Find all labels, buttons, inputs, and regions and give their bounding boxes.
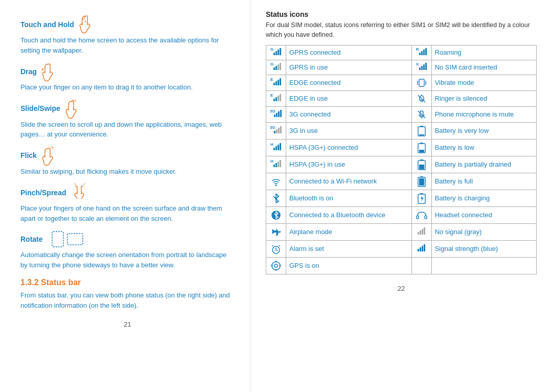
label-batt-full: Battery is full [431, 173, 536, 190]
gesture-drag: Drag Place your finger on any item to dr… [20, 62, 235, 93]
svg-line-6 [418, 95, 425, 102]
table-row: Connected to a Wi-Fi network Battery is … [266, 173, 537, 190]
icon-airplane [266, 223, 286, 240]
status-bar-section: 1.3.2 Status bar From status bar, you ca… [20, 278, 235, 310]
svg-rect-3 [419, 79, 424, 86]
svg-point-29 [272, 262, 280, 270]
icon-hspa-use: H [266, 156, 286, 173]
table-row: 3G 3G in use [266, 122, 537, 139]
icon-wifi [266, 173, 286, 190]
label-hspa-connected: HSPA (3G+) connected [286, 139, 412, 156]
icon-headset [411, 206, 431, 223]
touch-hold-icon [78, 15, 94, 33]
rotate-label: Rotate [20, 235, 43, 243]
icon-gprs-connected: G [266, 45, 286, 60]
icon-alarm [266, 240, 286, 257]
gesture-touch-hold: Touch and Hold Touch and hold the home s… [20, 15, 235, 55]
rotate-desc: Automatically change the screen orientat… [20, 250, 235, 270]
left-page: Touch and Hold Touch and hold the home s… [0, 0, 250, 392]
slide-swipe-desc: Slide the screen to scroll up and down t… [20, 120, 235, 140]
svg-rect-18 [419, 165, 424, 169]
icon-vibrate [411, 75, 431, 90]
drag-desc: Place your finger on any item to drag it… [20, 82, 235, 93]
label-hspa-use: HSPA (3G+) in use [286, 156, 412, 173]
right-page: Status icons For dual SIM model, status … [250, 0, 552, 392]
drag-label: Drag [20, 67, 37, 76]
right-page-number: 22 [266, 285, 537, 292]
table-row: GPS is on [266, 257, 537, 274]
label-batt-vlow: Battery is very low [431, 122, 536, 139]
label-no-signal: No signal (gray) [431, 223, 536, 240]
table-row: Airplane mode No signal (gray) [266, 223, 537, 240]
icon-bt-device [266, 206, 286, 223]
icon-no-sim: X [411, 60, 431, 75]
slide-swipe-label: Slide/Swipe [20, 104, 60, 112]
label-bluetooth: Bluetooth is on [286, 190, 412, 206]
label-mic-mute: Phone microphone is mute [431, 106, 536, 122]
icon-gprs-use: G [266, 60, 286, 75]
svg-point-19 [275, 185, 277, 186]
label-vibrate: Vibrate mode [431, 75, 536, 90]
slide-swipe-icon [64, 100, 80, 118]
svg-rect-27 [425, 216, 427, 219]
label-gprs-use: GPRS in use [286, 60, 412, 75]
table-row: E EDGE in use [266, 90, 537, 106]
table-row: E EDGE connected [266, 75, 537, 90]
icon-signal-blue [411, 240, 431, 257]
gesture-flick: Flick Similar to swiping, but flicking m… [20, 147, 235, 177]
status-icons-table: G GPRS connected R [266, 45, 537, 274]
label-batt-charge: Battery is charging [431, 190, 536, 206]
icon-batt-charge [411, 190, 431, 206]
svg-rect-2 [67, 234, 83, 245]
pinch-spread-icon [70, 183, 85, 201]
label-batt-partial: Battery is partially drained [431, 156, 536, 173]
label-airplane: Airplane mode [286, 223, 412, 240]
flick-icon [41, 147, 56, 165]
touch-hold-desc: Touch and hold the home screen to access… [20, 35, 235, 55]
gesture-slide-swipe: Slide/Swipe Slide the screen to scroll u… [20, 100, 235, 140]
status-icons-desc: For dual SIM model, status icons referri… [266, 20, 537, 40]
label-3g-connected: 3G connected [286, 106, 412, 122]
icon-roaming: R [411, 45, 431, 60]
svg-point-30 [274, 264, 278, 267]
icon-edge-connected: E [266, 75, 286, 90]
rotate-icon [51, 230, 84, 248]
label-edge-use: EDGE in use [286, 90, 412, 106]
label-bt-device: Connected to a Bluetooth device [286, 206, 412, 223]
label-no-sim: No SIM card inserted [431, 60, 536, 75]
drag-icon [41, 62, 56, 80]
icon-3g-connected: 3G [266, 106, 286, 122]
status-bar-desc: From status bar, you can view both phone… [20, 290, 235, 310]
flick-desc: Similar to swiping, but flicking makes i… [20, 167, 235, 177]
icon-batt-vlow [411, 122, 431, 139]
icon-edge-use: E [266, 90, 286, 106]
svg-rect-15 [419, 150, 424, 152]
label-signal-blue: Signal strength (blue) [431, 240, 536, 257]
svg-point-0 [83, 16, 85, 19]
label-3g-use: 3G in use [286, 122, 412, 139]
icon-3g-use: 3G [266, 122, 286, 139]
label-gprs-connected: GPRS connected [286, 45, 412, 60]
table-row: H HSPA (3G+) connected [266, 139, 537, 156]
label-headset: Headset connected [431, 206, 536, 223]
icon-batt-full [411, 173, 431, 190]
table-row: Bluetooth is on Battery is charging [266, 190, 537, 206]
table-row: Connected to a Bluetooth device Headset … [266, 206, 537, 223]
label-gps: GPS is on [286, 257, 412, 274]
label-batt-low: Battery is low [431, 139, 536, 156]
icon-batt-partial [411, 156, 431, 173]
icon-no-signal [411, 223, 431, 240]
pinch-spread-desc: Place your fingers of one hand on the sc… [20, 203, 235, 223]
status-icons-heading: Status icons [266, 10, 537, 18]
icon-empty-1 [411, 257, 431, 274]
gesture-rotate: Rotate Automatically change the screen o… [20, 230, 235, 270]
label-empty-1 [431, 257, 536, 274]
table-row: 3G 3G connected [266, 106, 537, 122]
table-row: H HSPA (3G+) in use [266, 156, 537, 173]
icon-ringer-silent [411, 90, 431, 106]
label-wifi: Connected to a Wi-Fi network [286, 173, 412, 190]
status-bar-heading: 1.3.2 Status bar [20, 278, 235, 287]
label-ringer-silent: Ringer is silenced [431, 90, 536, 106]
touch-hold-label: Touch and Hold [20, 20, 74, 29]
svg-rect-22 [419, 178, 424, 186]
